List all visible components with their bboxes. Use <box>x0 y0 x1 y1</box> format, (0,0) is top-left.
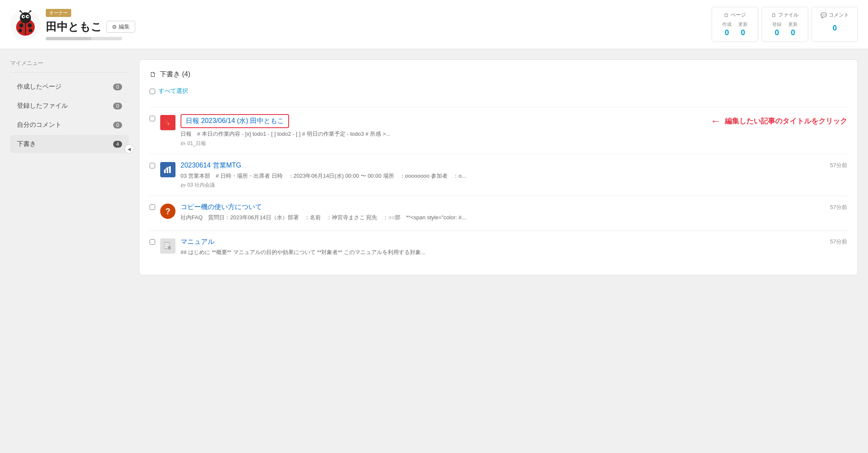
file-icon: 🗋 <box>771 12 776 18</box>
draft-preview-2: 03 営業本部 # 日時・場所・出席者 日時 ：2023年06月14日(水) 0… <box>181 172 847 180</box>
stat-files-row: 登録 0 更新 0 <box>771 21 799 37</box>
sidebar-wrapper: マイメニュー 作成したページ 0 登録したファイル 0 自分のコメント 0 下書… <box>10 59 129 443</box>
content-area: 🗋 下書き (4) すべて選択 🔖 日報 2023/06/14 (水) 田中とも… <box>139 59 858 443</box>
draft-time-3: 57分前 <box>830 204 847 211</box>
page-wrapper: オーナー 田中ともこ ⚙ 編集 🗋 ページ <box>0 0 868 453</box>
draft-icon-3: ? <box>160 204 175 219</box>
sidebar-item-my-comments[interactable]: 自分のコメント 0 <box>10 116 129 134</box>
page-icon: 🗋 <box>724 12 729 18</box>
draft-preview-3: 社内FAQ 質問日：2023年06月14日（水）部署 ：名前 ：神宮寺まさこ 宛… <box>181 213 847 222</box>
svg-point-5 <box>27 16 29 17</box>
draft-icon-4 <box>160 238 175 254</box>
annotation: ← 編集したい記事のタイトルをクリック <box>710 115 847 128</box>
user-details: オーナー 田中ともこ ⚙ 編集 <box>46 9 135 40</box>
draft-item-2: 20230614 営業MTG 57分前 03 営業本部 # 日時・場所・出席者 … <box>150 154 847 196</box>
svg-rect-24 <box>168 246 171 249</box>
annotation-arrow-icon: ← <box>710 115 721 128</box>
draft-time-4: 57分前 <box>830 238 847 246</box>
sidebar-item-drafts[interactable]: 下書き 4 <box>10 135 129 153</box>
content-panel: 🗋 下書き (4) すべて選択 🔖 日報 2023/06/14 (水) 田中とも… <box>139 59 858 275</box>
draft-checkbox-1[interactable] <box>150 116 155 121</box>
draft-title-4[interactable]: マニュアル <box>181 238 214 246</box>
stat-group-comments: 💬 コメント 0 <box>812 7 858 42</box>
draft-folder-1: 🗁 01_日報 <box>181 140 847 147</box>
stat-files-update: 更新 0 <box>788 21 798 37</box>
svg-point-7 <box>19 23 23 28</box>
draft-title-2[interactable]: 20230614 営業MTG <box>181 161 241 170</box>
select-all-label[interactable]: すべて選択 <box>159 87 188 95</box>
svg-point-14 <box>30 10 31 12</box>
sidebar-item-my-comments-label: 自分のコメント <box>17 121 61 129</box>
svg-rect-15 <box>164 170 166 173</box>
svg-rect-23 <box>165 247 167 248</box>
gear-icon: ⚙ <box>112 24 117 30</box>
stat-comments-value-wrap: 0 <box>821 21 849 33</box>
panel-header: 🗋 下書き (4) <box>150 70 847 79</box>
stat-comments-title: 💬 コメント <box>821 11 849 19</box>
panel-title: 下書き (4) <box>160 70 190 79</box>
svg-point-9 <box>19 29 22 32</box>
sidebar-item-registered-files[interactable]: 登録したファイル 0 <box>10 97 129 115</box>
user-name: 田中ともこ <box>46 20 102 34</box>
user-info: オーナー 田中ともこ ⚙ 編集 <box>10 9 135 40</box>
top-header: オーナー 田中ともこ ⚙ 編集 🗋 ページ <box>0 0 868 49</box>
svg-point-10 <box>29 29 32 32</box>
draft-content-2: 20230614 営業MTG 57分前 03 営業本部 # 日時・場所・出席者 … <box>181 161 847 189</box>
draft-content-1: 日報 2023/06/14 (水) 田中ともこ ← 編集したい記事のタイトルをク… <box>181 114 847 147</box>
draft-checkbox-2[interactable] <box>150 163 155 168</box>
stat-pages-title: 🗋 ページ <box>721 11 749 19</box>
draft-checkbox-4[interactable] <box>150 239 155 245</box>
stats-area: 🗋 ページ 作成 0 更新 0 🗋 <box>708 7 858 42</box>
draft-content-4: マニュアル 57分前 ## はじめに **概要** マニュアルの目的や効果につい… <box>181 238 847 258</box>
svg-point-8 <box>28 23 32 28</box>
svg-rect-22 <box>165 245 169 246</box>
avatar <box>10 9 41 40</box>
sidebar-item-created-pages-badge: 0 <box>113 84 122 90</box>
draft-item-1: 🔖 日報 2023/06/14 (水) 田中ともこ ← 編集したい記事のタイトル… <box>150 107 847 154</box>
sidebar-item-registered-files-badge: 0 <box>113 103 122 109</box>
sidebar-item-drafts-label: 下書き <box>17 140 36 148</box>
sidebar: マイメニュー 作成したページ 0 登録したファイル 0 自分のコメント 0 下書… <box>10 59 129 153</box>
stat-files-title: 🗋 ファイル <box>771 11 799 19</box>
select-all-checkbox[interactable] <box>150 89 155 94</box>
draft-title-row-1: 日報 2023/06/14 (水) 田中ともこ ← 編集したい記事のタイトルをク… <box>181 114 847 128</box>
draft-preview-1: 日報 # 本日の作業内容 - [x] todo1 - [ ] todo2 - [… <box>181 130 847 138</box>
sidebar-item-my-comments-badge: 0 <box>113 122 122 129</box>
user-name-row: 田中ともこ ⚙ 編集 <box>46 20 135 34</box>
stat-files-register: 登録 0 <box>772 21 782 37</box>
draft-title-row-4: マニュアル 57分前 <box>181 238 847 246</box>
svg-point-13 <box>19 10 21 12</box>
panel-header-icon: 🗋 <box>150 71 156 78</box>
svg-rect-21 <box>165 243 169 244</box>
sidebar-title: マイメニュー <box>10 59 129 67</box>
draft-content-3: コピー機の使い方について 57分前 社内FAQ 質問日：2023年06月14日（… <box>181 203 847 224</box>
main-layout: マイメニュー 作成したページ 0 登録したファイル 0 自分のコメント 0 下書… <box>0 49 868 453</box>
draft-time-2: 57分前 <box>830 162 847 169</box>
draft-checkbox-3[interactable] <box>150 204 155 210</box>
stat-comments-value: 0 <box>832 24 837 33</box>
draft-item-3: ? コピー機の使い方について 57分前 社内FAQ 質問日：2023年06月14… <box>150 196 847 230</box>
draft-title-row-2: 20230614 営業MTG 57分前 <box>181 161 847 170</box>
stat-pages-row: 作成 0 更新 0 <box>721 21 749 37</box>
folder-icon-1: 🗁 <box>181 140 186 146</box>
owner-badge: オーナー <box>46 9 71 17</box>
sidebar-item-drafts-badge: 4 <box>113 141 122 148</box>
draft-icon-2 <box>160 162 175 177</box>
draft-title-1[interactable]: 日報 2023/06/14 (水) 田中ともこ <box>181 114 289 128</box>
sidebar-collapse-handle[interactable]: ◀ <box>125 144 134 154</box>
sidebar-item-created-pages[interactable]: 作成したページ 0 <box>10 78 129 96</box>
comment-icon: 💬 <box>821 12 827 18</box>
draft-preview-4: ## はじめに **概要** マニュアルの目的や効果について **対象者** こ… <box>181 248 847 257</box>
stat-pages-update: 更新 0 <box>738 21 748 37</box>
edit-button[interactable]: ⚙ 編集 <box>106 21 135 33</box>
svg-point-4 <box>23 16 25 17</box>
stat-pages-create: 作成 0 <box>722 21 732 37</box>
folder-icon-2: 🗁 <box>181 182 186 188</box>
select-all-row: すべて選択 <box>150 87 847 100</box>
draft-item-4: マニュアル 57分前 ## はじめに **概要** マニュアルの目的や効果につい… <box>150 230 847 265</box>
draft-title-3[interactable]: コピー機の使い方について <box>181 203 262 212</box>
progress-bar-fill <box>46 37 92 40</box>
stat-group-files: 🗋 ファイル 登録 0 更新 0 <box>762 7 808 42</box>
sidebar-item-registered-files-label: 登録したファイル <box>17 102 68 110</box>
progress-bar <box>46 37 122 40</box>
